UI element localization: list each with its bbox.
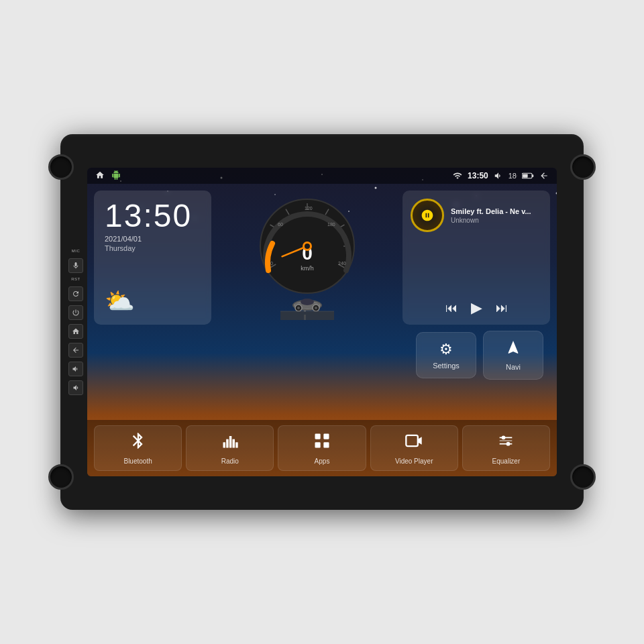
- clock-time: 13:50: [105, 200, 201, 232]
- speedometer-widget: 0 km/h 0 60 120 180 240: [218, 191, 396, 325]
- radio-button[interactable]: Radio: [186, 425, 274, 471]
- svg-rect-57: [315, 442, 321, 447]
- bluetooth-button[interactable]: Bluetooth: [94, 425, 182, 471]
- svg-point-64: [506, 442, 511, 446]
- battery-icon: [522, 172, 534, 180]
- status-time: 13:50: [468, 171, 488, 180]
- bracket-bottom-right: [570, 464, 596, 490]
- svg-point-47: [315, 307, 317, 309]
- svg-text:120: 120: [305, 206, 313, 211]
- reset-icon: [72, 290, 80, 298]
- apps-label: Apps: [315, 458, 330, 465]
- home-side-button[interactable]: [68, 324, 83, 339]
- main-content: 13:50 2021/04/01 Thursday ⛅: [87, 184, 557, 420]
- apps-button[interactable]: Apps: [278, 425, 366, 471]
- equalizer-icon: [496, 431, 515, 455]
- status-left: [95, 170, 121, 181]
- svg-text:0: 0: [270, 261, 273, 266]
- vol-up-button[interactable]: [68, 362, 83, 376]
- mic-label: MIC: [72, 249, 80, 253]
- vol-up-icon: [72, 365, 80, 373]
- mic-icon: [72, 262, 80, 270]
- video-label: Video Player: [395, 458, 433, 465]
- radio-label: Radio: [221, 458, 239, 465]
- music-title: Smiley ft. Delia - Ne v...: [451, 207, 542, 215]
- status-bar: 13:50 18: [87, 168, 557, 184]
- video-button[interactable]: Video Player: [370, 425, 458, 471]
- music-info: Smiley ft. Delia - Ne v... Unknown: [451, 207, 542, 224]
- bracket-top-left: [48, 154, 74, 180]
- svg-rect-16: [523, 174, 528, 177]
- svg-rect-55: [315, 434, 321, 439]
- navi-icon: [505, 339, 521, 360]
- svg-text:60: 60: [278, 222, 283, 227]
- carfu-logo-icon: [421, 209, 434, 222]
- rst-label: RST: [71, 277, 80, 281]
- svg-rect-48: [280, 311, 334, 320]
- svg-rect-52: [229, 436, 232, 448]
- apps-icon: [313, 431, 331, 455]
- svg-rect-58: [323, 442, 329, 447]
- screen: 13:50 18: [87, 168, 557, 476]
- svg-text:km/h: km/h: [301, 265, 314, 272]
- svg-point-37: [305, 244, 310, 249]
- svg-text:180: 180: [327, 222, 335, 227]
- car-silhouette: [280, 293, 334, 323]
- wifi-icon: [453, 171, 462, 180]
- status-right: 13:50 18: [453, 171, 549, 180]
- svg-rect-59: [407, 435, 419, 446]
- music-artist: Unknown: [451, 217, 542, 224]
- svg-point-43: [301, 299, 314, 305]
- svg-rect-50: [223, 442, 225, 447]
- prev-button[interactable]: ⏮: [445, 301, 458, 315]
- back-side-icon: [72, 346, 80, 354]
- equalizer-button[interactable]: Equalizer: [462, 425, 550, 471]
- clock-day: Thursday: [105, 244, 201, 252]
- music-widget: Smiley ft. Delia - Ne v... Unknown ⏮ ▶ ⏭: [402, 191, 550, 325]
- status-volume-icon: [494, 171, 503, 180]
- svg-text:240: 240: [338, 261, 346, 266]
- radio-icon: [221, 431, 239, 455]
- video-icon: [405, 431, 423, 455]
- status-home-icon[interactable]: [95, 170, 105, 181]
- svg-rect-54: [235, 442, 238, 447]
- svg-point-62: [502, 435, 506, 439]
- power-icon: [72, 309, 80, 317]
- bracket-top-right: [570, 154, 596, 180]
- mic-button[interactable]: [68, 258, 83, 273]
- svg-point-46: [297, 307, 300, 309]
- vol-down-icon: [72, 384, 80, 392]
- music-controls: ⏮ ▶ ⏭: [411, 299, 542, 317]
- next-button[interactable]: ⏭: [496, 301, 508, 315]
- music-header: Smiley ft. Delia - Ne v... Unknown: [411, 199, 542, 232]
- power-button[interactable]: [68, 305, 83, 320]
- weather-widget: ⛅: [105, 287, 201, 315]
- svg-rect-53: [232, 439, 235, 448]
- weather-icon: ⛅: [105, 287, 135, 315]
- bluetooth-label: Bluetooth: [123, 458, 152, 465]
- action-buttons-row: ⚙ Settings Navi: [94, 331, 550, 378]
- settings-icon: ⚙: [439, 341, 453, 358]
- music-logo: [411, 199, 444, 232]
- left-button-strip: MIC RST: [68, 249, 83, 395]
- back-side-button[interactable]: [68, 343, 83, 358]
- bluetooth-icon: [129, 431, 148, 455]
- speedometer: 0 km/h 0 60 120 180 240: [254, 193, 361, 300]
- head-unit: MIC RST: [60, 134, 584, 510]
- navi-button[interactable]: Navi: [483, 331, 543, 380]
- vol-down-button[interactable]: [68, 380, 83, 395]
- navi-label: Navi: [506, 363, 521, 371]
- settings-label: Settings: [433, 362, 460, 370]
- top-widgets-row: 13:50 2021/04/01 Thursday ⛅: [94, 191, 550, 325]
- status-android-icon[interactable]: [111, 170, 121, 181]
- play-button[interactable]: ▶: [471, 299, 482, 317]
- svg-rect-56: [323, 434, 329, 439]
- settings-button[interactable]: ⚙ Settings: [416, 332, 476, 378]
- app-bar: Bluetooth Radio: [87, 420, 557, 476]
- status-back-icon[interactable]: [539, 171, 549, 180]
- home-side-icon: [72, 327, 80, 335]
- equalizer-label: Equalizer: [492, 458, 521, 465]
- bracket-bottom-left: [48, 464, 74, 490]
- svg-rect-51: [226, 439, 229, 448]
- rst-button[interactable]: [68, 286, 83, 301]
